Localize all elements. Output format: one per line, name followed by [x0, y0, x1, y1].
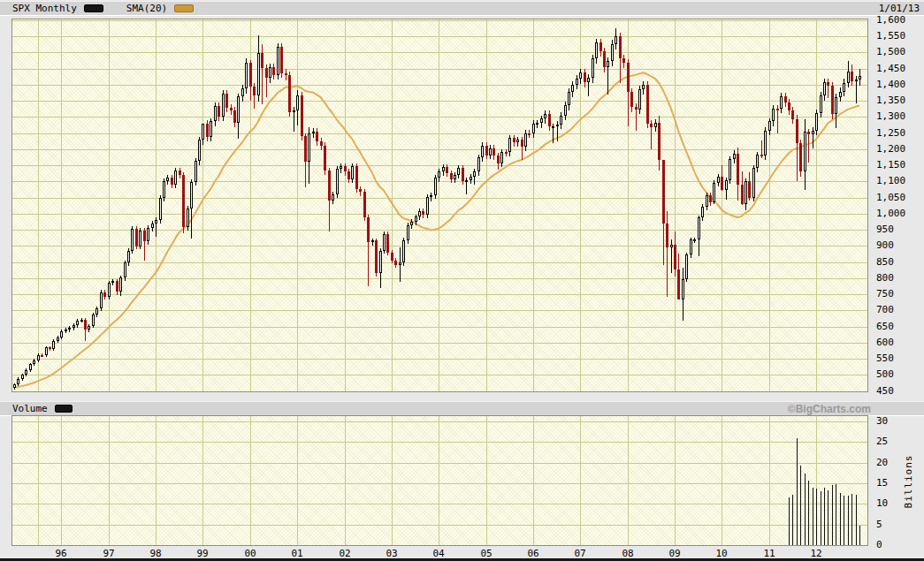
price-tick-label: 1,200 [876, 143, 905, 155]
price-tick-label: 800 [876, 272, 894, 284]
volume-legend-bar: Volume ©BigCharts.com [0, 401, 924, 416]
bigcharts-copyright: ©BigCharts.com [788, 403, 871, 415]
price-tick-label: 1,500 [876, 46, 905, 57]
price-tick-label: 500 [876, 368, 894, 380]
bigcharts-chart-page: SPX Monthly SMA(20) 1/01/13 1,6001,5501,… [0, 0, 924, 561]
price-tick-label: 1,050 [876, 192, 905, 203]
price-tick-label: 700 [876, 304, 894, 315]
volume-legend: Volume [12, 403, 73, 414]
price-tick-label: 1,600 [876, 14, 905, 26]
volume-series-swatch-icon [55, 405, 73, 413]
volume-tick-label: 5 [876, 519, 882, 530]
price-tick-label: 1,100 [876, 175, 905, 186]
price-tick-label: 1,250 [876, 127, 905, 139]
series-label: SPX Monthly [12, 3, 77, 14]
price-tick-label: 1,450 [876, 63, 905, 74]
volume-chart-canvas [12, 416, 867, 545]
volume-chart-panel [11, 415, 868, 546]
price-tick-label: 1,400 [876, 79, 905, 90]
price-tick-label: 450 [876, 385, 894, 397]
price-tick-label: 600 [876, 337, 894, 348]
price-tick-label: 650 [876, 321, 894, 332]
price-tick-label: 750 [876, 288, 894, 299]
price-tick-label: 950 [876, 224, 894, 235]
volume-tick-label: 15 [876, 477, 888, 489]
price-tick-label: 1,150 [876, 159, 905, 171]
volume-tick-label: 30 [876, 415, 888, 427]
price-tick-label: 1,000 [876, 208, 905, 219]
last-date-label: 1/01/13 [879, 3, 920, 14]
price-tick-label: 1,350 [876, 95, 905, 106]
price-tick-label: 900 [876, 239, 894, 251]
volume-tick-label: 25 [876, 436, 888, 447]
price-tick-label: 850 [876, 256, 894, 268]
price-chart-panel [11, 19, 868, 392]
price-tick-label: 550 [876, 353, 894, 364]
sma-label: SMA(20) [126, 3, 167, 14]
price-legend-bar: SPX Monthly SMA(20) 1/01/13 [0, 1, 924, 16]
price-tick-label: 1,550 [876, 30, 905, 42]
volume-tick-label: 20 [876, 457, 888, 468]
volume-label: Volume [12, 403, 48, 414]
sma-legend: SMA(20) [126, 3, 194, 14]
price-tick-label: 1,300 [876, 110, 905, 122]
price-chart-canvas [12, 19, 867, 391]
sma-series-swatch-icon [174, 4, 194, 12]
volume-tick-label: 10 [876, 497, 888, 509]
volume-tick-label: 0 [876, 539, 882, 550]
candlestick-series-swatch-icon [84, 4, 103, 12]
series-legend: SPX Monthly [12, 3, 103, 14]
volume-axis-unit-label: Billions [903, 455, 914, 509]
